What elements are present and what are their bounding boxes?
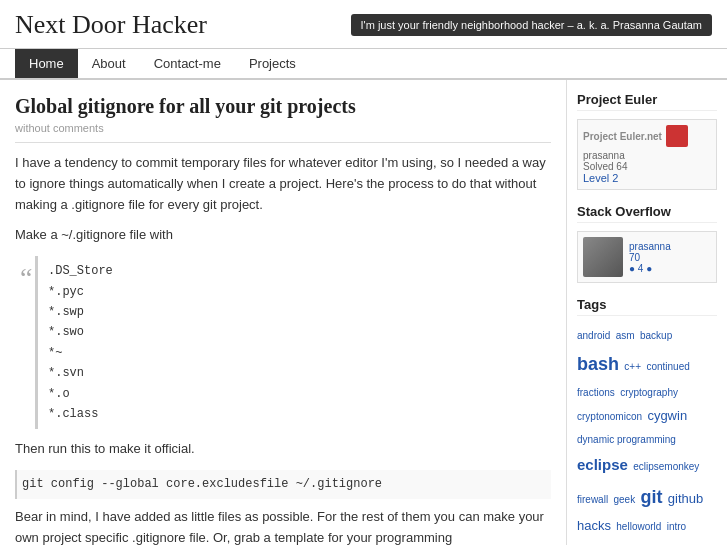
tag-cryptonomicon[interactable]: cryptonomicon (577, 411, 642, 422)
command-block: git config --global core.excludesfile ~/… (15, 470, 551, 499)
tag-git[interactable]: git (641, 487, 663, 507)
tag-hacks[interactable]: hacks (577, 518, 611, 533)
tag-dynamic-programming[interactable]: dynamic programming (577, 434, 676, 445)
tag-geek[interactable]: geek (613, 494, 635, 505)
code-line: *.class (48, 404, 541, 424)
tag-cryptography[interactable]: cryptography (620, 387, 678, 398)
code-lines: .DS_Store *.pyc *.swp *.swo *~ *.svn *.o… (48, 261, 541, 424)
euler-widget: Project Euler.net prasanna Solved 64 Lev… (577, 119, 717, 190)
tag-github[interactable]: github (668, 491, 703, 506)
post-body: I have a tendency to commit temporary fi… (15, 153, 551, 545)
euler-red-block (666, 125, 688, 147)
post-paragraph-2: Make a ~/.gitignore file with (15, 225, 551, 246)
main-nav: Home About Contact-me Projects (0, 49, 727, 80)
site-title: Next Door Hacker (15, 10, 207, 40)
euler-title: Project Euler (577, 92, 717, 111)
tags-cloud: android asm backup bash c++ continued fr… (577, 324, 717, 545)
so-section: Stack Overflow prasanna 70 ● 4 ● (577, 204, 717, 283)
post-title: Global gitignore for all your git projec… (15, 95, 551, 118)
euler-user: prasanna (583, 150, 711, 161)
code-block: “ .DS_Store *.pyc *.swp *.swo *~ *.svn *… (35, 256, 551, 429)
tag-bash[interactable]: bash (577, 354, 619, 374)
code-line: *.pyc (48, 282, 541, 302)
so-rep: 70 (629, 252, 671, 263)
so-widget: prasanna 70 ● 4 ● (577, 231, 717, 283)
euler-level: Level 2 (583, 172, 711, 184)
euler-solved: Solved 64 (583, 161, 711, 172)
tags-section: Tags android asm backup bash c++ continu… (577, 297, 717, 545)
tag-cygwin[interactable]: cygwin (647, 408, 687, 423)
sidebar: Project Euler Project Euler.net prasanna… (567, 80, 727, 545)
so-badges: ● 4 ● (629, 263, 671, 274)
tag-c++[interactable]: c++ (624, 361, 641, 372)
so-title: Stack Overflow (577, 204, 717, 223)
so-avatar-image (583, 237, 623, 277)
tag-firewall[interactable]: firewall (577, 494, 608, 505)
code-line: *.svn (48, 363, 541, 383)
site-tagline: I'm just your friendly neighborhood hack… (351, 14, 712, 36)
post-paragraph-4: Bear in mind, I have added as little fil… (15, 507, 551, 545)
quote-mark: “ (20, 256, 32, 301)
so-avatar (583, 237, 623, 277)
nav-contact[interactable]: Contact-me (140, 49, 235, 78)
tag-helloworld[interactable]: helloworld (616, 521, 661, 532)
tag-eclipsemonkey[interactable]: eclipsemonkey (633, 461, 699, 472)
euler-section: Project Euler Project Euler.net prasanna… (577, 92, 717, 190)
code-line: *.o (48, 384, 541, 404)
so-user-info: prasanna 70 ● 4 ● (629, 241, 671, 274)
nav-home[interactable]: Home (15, 49, 78, 78)
nav-about[interactable]: About (78, 49, 140, 78)
post-paragraph-3: Then run this to make it official. (15, 439, 551, 460)
tag-intro[interactable]: intro (667, 521, 686, 532)
code-line: .DS_Store (48, 261, 541, 281)
code-line: *.swp (48, 302, 541, 322)
post-paragraph-1: I have a tendency to commit temporary fi… (15, 153, 551, 215)
tag-eclipse[interactable]: eclipse (577, 456, 628, 473)
code-line: *~ (48, 343, 541, 363)
euler-logo: Project Euler.net (583, 129, 662, 143)
euler-top: Project Euler.net (583, 125, 711, 147)
post-meta: without comments (15, 122, 551, 143)
so-username: prasanna (629, 241, 671, 252)
code-line: *.swo (48, 322, 541, 342)
tag-backup[interactable]: backup (640, 330, 672, 341)
tag-android[interactable]: android (577, 330, 610, 341)
tag-asm[interactable]: asm (616, 330, 635, 341)
tags-title: Tags (577, 297, 717, 316)
nav-projects[interactable]: Projects (235, 49, 310, 78)
